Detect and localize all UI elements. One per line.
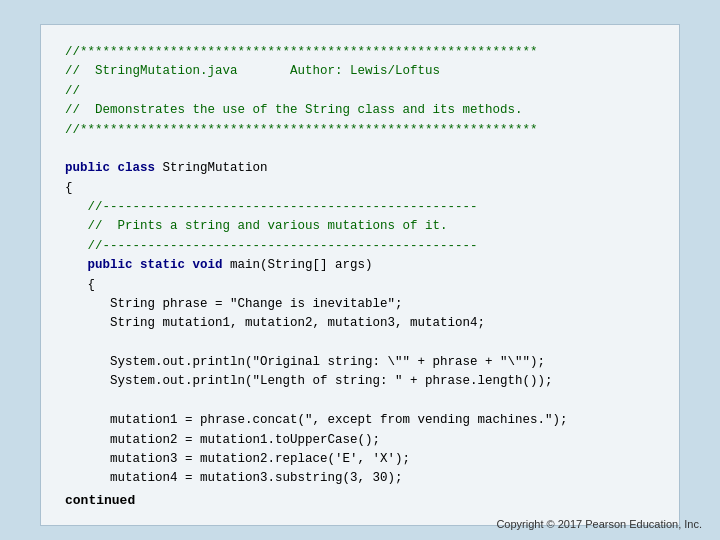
code-box: //**************************************…	[40, 24, 680, 526]
code-content: //**************************************…	[65, 43, 655, 489]
continued-label: continued	[65, 491, 655, 511]
copyright-text: Copyright © 2017 Pearson Education, Inc.	[496, 518, 702, 530]
slide: //**************************************…	[0, 0, 720, 540]
